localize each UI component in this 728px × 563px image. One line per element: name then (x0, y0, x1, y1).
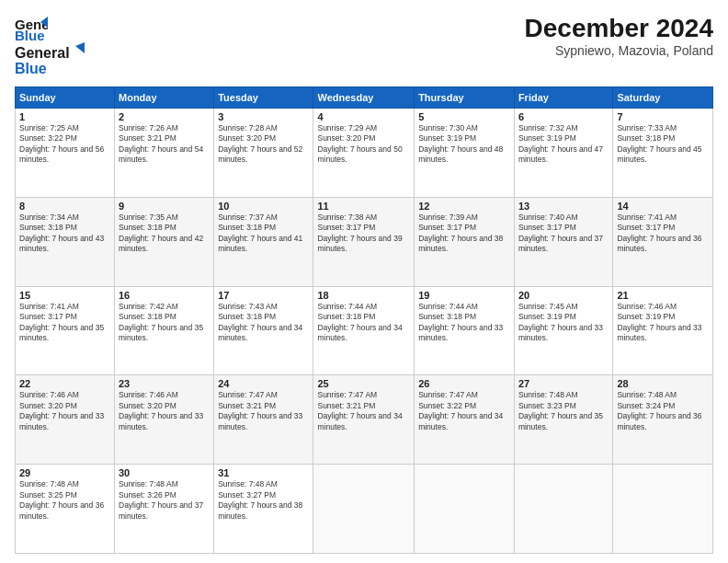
day-cell: 7 Sunrise: 7:33 AM Sunset: 3:18 PM Dayli… (613, 109, 713, 198)
sunrise: Sunrise: 7:48 AM (19, 479, 79, 488)
sunrise: Sunrise: 7:48 AM (119, 479, 178, 488)
week-row-5: 29 Sunrise: 7:48 AM Sunset: 3:25 PM Dayl… (16, 465, 713, 554)
title-block: December 2024 Sypniewo, Mazovia, Poland (525, 15, 713, 58)
day-number: 3 (218, 111, 309, 122)
daylight: Daylight: 7 hours and 34 minutes. (317, 411, 402, 431)
cell-info: Sunrise: 7:30 AM Sunset: 3:19 PM Dayligh… (418, 123, 510, 166)
sunrise: Sunrise: 7:37 AM (218, 213, 278, 222)
daylight: Daylight: 7 hours and 33 minutes. (218, 411, 302, 431)
sunrise: Sunrise: 7:40 AM (518, 213, 578, 222)
daylight: Daylight: 7 hours and 43 minutes. (19, 234, 104, 253)
sunset: Sunset: 3:23 PM (518, 401, 576, 410)
day-cell: 13 Sunrise: 7:40 AM Sunset: 3:17 PM Dayl… (514, 197, 612, 286)
sunrise: Sunrise: 7:34 AM (19, 213, 79, 222)
day-number: 28 (617, 378, 709, 389)
daylight: Daylight: 7 hours and 41 minutes. (218, 234, 302, 253)
day-cell: 18 Sunrise: 7:44 AM Sunset: 3:18 PM Dayl… (313, 286, 415, 375)
daylight: Daylight: 7 hours and 48 minutes. (418, 144, 503, 164)
cell-info: Sunrise: 7:44 AM Sunset: 3:18 PM Dayligh… (418, 302, 510, 344)
day-cell: 31 Sunrise: 7:48 AM Sunset: 3:27 PM Dayl… (214, 465, 313, 554)
daylight: Daylight: 7 hours and 45 minutes. (617, 144, 701, 164)
sunset: Sunset: 3:17 PM (617, 223, 675, 232)
sunrise: Sunrise: 7:46 AM (119, 390, 178, 399)
cell-info: Sunrise: 7:45 AM Sunset: 3:19 PM Dayligh… (518, 302, 609, 344)
day-number: 9 (119, 201, 210, 212)
sunrise: Sunrise: 7:41 AM (19, 302, 79, 311)
day-cell: 2 Sunrise: 7:26 AM Sunset: 3:21 PM Dayli… (115, 109, 214, 198)
day-number: 24 (218, 378, 309, 389)
col-sunday: Sunday (16, 87, 115, 109)
day-number: 22 (19, 378, 110, 389)
day-cell: 3 Sunrise: 7:28 AM Sunset: 3:20 PM Dayli… (214, 109, 313, 198)
day-number: 30 (119, 467, 210, 478)
day-cell: 30 Sunrise: 7:48 AM Sunset: 3:26 PM Dayl… (115, 465, 214, 554)
day-number: 27 (518, 378, 609, 389)
cell-info: Sunrise: 7:25 AM Sunset: 3:22 PM Dayligh… (19, 123, 110, 166)
sunset: Sunset: 3:17 PM (19, 312, 77, 321)
sunset: Sunset: 3:18 PM (418, 312, 476, 321)
cell-info: Sunrise: 7:41 AM Sunset: 3:17 PM Dayligh… (19, 302, 110, 344)
day-cell: 28 Sunrise: 7:48 AM Sunset: 3:24 PM Dayl… (613, 375, 713, 465)
sunrise: Sunrise: 7:33 AM (617, 123, 677, 132)
daylight: Daylight: 7 hours and 37 minutes. (119, 500, 203, 520)
cell-info: Sunrise: 7:46 AM Sunset: 3:19 PM Dayligh… (617, 302, 709, 344)
sunrise: Sunrise: 7:47 AM (218, 390, 278, 399)
daylight: Daylight: 7 hours and 52 minutes. (218, 144, 302, 164)
day-cell: 12 Sunrise: 7:39 AM Sunset: 3:17 PM Dayl… (415, 197, 515, 286)
cell-info: Sunrise: 7:43 AM Sunset: 3:18 PM Dayligh… (218, 302, 309, 344)
page: General Blue General Blue December 2024 … (0, 0, 728, 563)
day-cell: 10 Sunrise: 7:37 AM Sunset: 3:18 PM Dayl… (214, 197, 313, 286)
daylight: Daylight: 7 hours and 50 minutes. (317, 144, 402, 164)
daylight: Daylight: 7 hours and 34 minutes. (218, 323, 302, 342)
col-wednesday: Wednesday (313, 87, 415, 109)
cell-info: Sunrise: 7:48 AM Sunset: 3:26 PM Dayligh… (119, 479, 210, 522)
day-cell: 24 Sunrise: 7:47 AM Sunset: 3:21 PM Dayl… (214, 375, 313, 465)
day-cell: 11 Sunrise: 7:38 AM Sunset: 3:17 PM Dayl… (313, 197, 415, 286)
daylight: Daylight: 7 hours and 34 minutes. (317, 323, 402, 342)
day-cell: 5 Sunrise: 7:30 AM Sunset: 3:19 PM Dayli… (415, 109, 515, 198)
sunset: Sunset: 3:20 PM (317, 133, 375, 143)
daylight: Daylight: 7 hours and 42 minutes. (119, 234, 203, 253)
sunrise: Sunrise: 7:35 AM (119, 213, 178, 222)
day-cell: 23 Sunrise: 7:46 AM Sunset: 3:20 PM Dayl… (115, 375, 214, 465)
day-cell: 15 Sunrise: 7:41 AM Sunset: 3:17 PM Dayl… (16, 286, 115, 375)
day-number: 7 (617, 111, 709, 122)
sunrise: Sunrise: 7:39 AM (418, 213, 478, 222)
sunset: Sunset: 3:18 PM (617, 133, 675, 143)
day-number: 31 (218, 467, 309, 478)
sunrise: Sunrise: 7:26 AM (119, 123, 178, 132)
daylight: Daylight: 7 hours and 56 minutes. (19, 144, 104, 164)
week-row-3: 15 Sunrise: 7:41 AM Sunset: 3:17 PM Dayl… (16, 286, 713, 375)
daylight: Daylight: 7 hours and 38 minutes. (218, 500, 302, 520)
day-number: 2 (119, 111, 210, 122)
day-number: 10 (218, 201, 309, 212)
sunrise: Sunrise: 7:29 AM (317, 123, 377, 132)
sunrise: Sunrise: 7:44 AM (418, 302, 478, 311)
logo: General Blue General Blue (15, 15, 88, 77)
sunrise: Sunrise: 7:48 AM (518, 390, 578, 399)
daylight: Daylight: 7 hours and 33 minutes. (617, 323, 701, 342)
day-number: 16 (119, 290, 210, 301)
sunset: Sunset: 3:19 PM (518, 312, 576, 321)
cell-info: Sunrise: 7:48 AM Sunset: 3:23 PM Dayligh… (518, 390, 609, 432)
cell-info: Sunrise: 7:32 AM Sunset: 3:19 PM Dayligh… (518, 123, 609, 166)
day-cell: 6 Sunrise: 7:32 AM Sunset: 3:19 PM Dayli… (514, 109, 612, 198)
svg-text:Blue: Blue (15, 61, 47, 76)
daylight: Daylight: 7 hours and 47 minutes. (518, 144, 603, 164)
sunrise: Sunrise: 7:38 AM (317, 213, 377, 222)
sunset: Sunset: 3:18 PM (119, 223, 176, 232)
cell-info: Sunrise: 7:34 AM Sunset: 3:18 PM Dayligh… (19, 213, 110, 255)
sunrise: Sunrise: 7:42 AM (119, 302, 178, 311)
day-number: 20 (518, 290, 609, 301)
day-number: 21 (617, 290, 709, 301)
sunset: Sunset: 3:26 PM (119, 490, 176, 500)
sunset: Sunset: 3:18 PM (218, 312, 276, 321)
cell-info: Sunrise: 7:44 AM Sunset: 3:18 PM Dayligh… (317, 302, 410, 344)
week-row-1: 1 Sunrise: 7:25 AM Sunset: 3:22 PM Dayli… (16, 109, 713, 198)
sunset: Sunset: 3:18 PM (317, 312, 375, 321)
col-thursday: Thursday (415, 87, 515, 109)
day-cell: 19 Sunrise: 7:44 AM Sunset: 3:18 PM Dayl… (415, 286, 515, 375)
day-cell (415, 465, 515, 554)
sunset: Sunset: 3:20 PM (19, 401, 77, 410)
logo-svg: General Blue (15, 42, 88, 77)
